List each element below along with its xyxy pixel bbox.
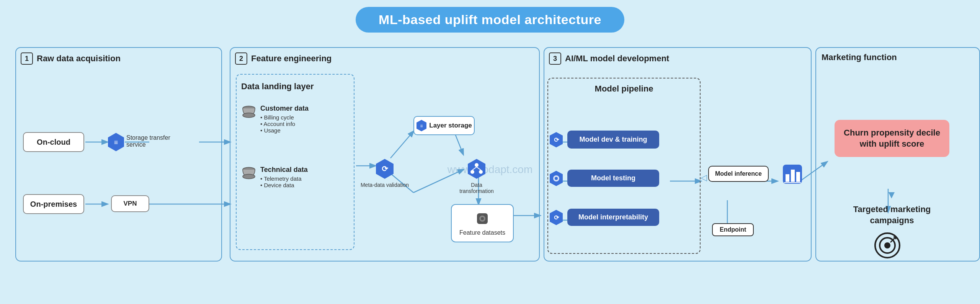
cloud-hex-icon: ≡ xyxy=(107,132,125,154)
marketing-header: Marketing function xyxy=(822,52,897,62)
customer-data-items: • Billing cycle • Account info • Usage xyxy=(260,114,309,134)
svg-point-31 xyxy=(475,163,479,167)
feature-datasets-label: Feature datasets xyxy=(459,229,505,236)
section1-num: 1 xyxy=(21,52,33,65)
customer-data-icon xyxy=(241,105,256,120)
customer-data-label: Customer data xyxy=(260,105,309,113)
landing-layer-title: Data landing layer xyxy=(241,82,314,92)
model-inference-box: Model inference xyxy=(708,166,769,182)
landing-layer-box xyxy=(236,74,354,250)
technical-data-label: Technical data xyxy=(260,166,308,174)
svg-rect-48 xyxy=(791,170,795,182)
targeted-label: Targeted marketing campaigns xyxy=(835,204,949,226)
svg-point-23 xyxy=(243,113,255,118)
section3-header: 3 AI/ML model development xyxy=(549,52,669,65)
section2-title: Feature engineering xyxy=(251,54,332,64)
layer-storage-box: ≡ Layer storage xyxy=(413,116,475,135)
section2-num: 2 xyxy=(235,52,247,65)
model-step2-icon xyxy=(549,170,564,187)
model-inference-container: Model inference xyxy=(708,166,769,182)
left-arrow-inference: ◁ xyxy=(701,173,707,183)
down-arrow-targeted: ▼ xyxy=(886,189,897,201)
feature-datasets-icon xyxy=(474,210,491,227)
svg-rect-49 xyxy=(796,172,800,182)
customer-data-group: Customer data • Billing cycle • Account … xyxy=(241,105,309,134)
on-cloud-box: On-cloud xyxy=(23,132,84,152)
section2-header: 2 Feature engineering xyxy=(235,52,332,65)
model-step2-row: Model testing xyxy=(549,170,659,187)
main-container: ML-based uplift model architecture www.p… xyxy=(0,0,980,304)
model-pipeline-title: Model pipeline xyxy=(555,84,693,94)
meta-validation-label: Meta-data validation xyxy=(360,182,410,188)
bar-chart-icon xyxy=(781,163,804,187)
svg-marker-30 xyxy=(468,159,485,179)
model-step3-icon: ⟳ xyxy=(549,209,564,226)
data-transform-hex xyxy=(467,158,486,181)
feature-datasets-box: Feature datasets xyxy=(451,204,514,242)
section3-num: 3 xyxy=(549,52,561,65)
svg-point-43 xyxy=(555,177,558,180)
section1-box xyxy=(15,47,222,262)
model-step2-box: Model testing xyxy=(567,170,659,187)
model-step3-box: Model interpretability xyxy=(567,209,659,226)
svg-point-53 xyxy=(884,242,890,248)
marketing-title: Marketing function xyxy=(822,52,897,62)
svg-text:⟳: ⟳ xyxy=(382,165,389,173)
svg-text:≡: ≡ xyxy=(114,139,118,146)
section3-title: AI/ML model development xyxy=(565,54,669,64)
meta-validation-hex: ⟳ xyxy=(375,158,394,181)
section1-title: Raw data acquisition xyxy=(37,54,121,64)
layer-storage-icon: ≡ xyxy=(416,119,427,132)
svg-text:⟳: ⟳ xyxy=(554,137,559,143)
svg-point-38 xyxy=(481,217,484,220)
svg-point-33 xyxy=(479,170,483,174)
model-step1-row: ⟳ Model dev & training xyxy=(549,131,659,149)
churn-box: Churn propensity decile with uplift scor… xyxy=(835,120,949,157)
section1-header: 1 Raw data acquisition xyxy=(21,52,121,65)
model-pipeline-box xyxy=(547,78,701,254)
on-premises-box: On-premises xyxy=(23,194,84,214)
svg-rect-47 xyxy=(786,174,789,182)
main-title: ML-based uplift model architecture xyxy=(356,7,624,33)
feature-datasets-container: Feature datasets xyxy=(448,204,517,242)
svg-point-25 xyxy=(243,174,255,179)
svg-text:⟳: ⟳ xyxy=(554,214,559,221)
model-step3-row: ⟳ Model interpretability xyxy=(549,209,659,226)
svg-text:≡: ≡ xyxy=(420,123,423,129)
vpn-box: VPN xyxy=(111,195,149,212)
target-icon xyxy=(873,231,903,263)
title-bar: ML-based uplift model architecture xyxy=(11,7,969,33)
storage-transfer-label: Storage transfer service xyxy=(126,134,188,148)
model-step1-icon: ⟳ xyxy=(549,131,564,148)
technical-data-group: Technical data • Telemetry data • Device… xyxy=(241,166,308,188)
endpoint-box: Endpoint xyxy=(712,223,754,236)
endpoint-container: Endpoint xyxy=(712,223,754,236)
model-step1-box: Model dev & training xyxy=(567,131,659,149)
diagram: www.prodapt.com xyxy=(11,43,969,296)
technical-data-items: • Telemetry data • Device data xyxy=(260,175,308,188)
technical-data-icon xyxy=(241,166,256,181)
data-transform-label: Data transformation xyxy=(459,182,494,194)
svg-point-32 xyxy=(470,170,474,174)
